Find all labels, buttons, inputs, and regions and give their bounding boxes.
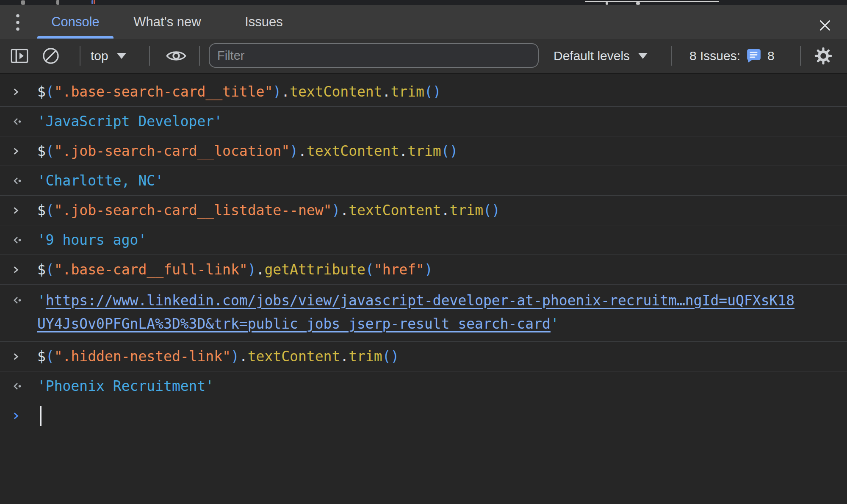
console-result-row: 'JavaScript Developer' <box>0 107 847 136</box>
toolbar-divider <box>671 46 672 66</box>
result-string: 'JavaScript Developer' <box>37 112 222 131</box>
tab-label: What's new <box>133 14 201 30</box>
command-text: $(".base-card__full-link").getAttribute(… <box>37 260 433 280</box>
text-fragment <box>21 0 25 5</box>
tab-whats-new[interactable]: What's new <box>119 5 215 39</box>
tab-label: Console <box>51 14 100 30</box>
console-command-row: $(".job-search-card__listdate--new").tex… <box>0 196 847 225</box>
result-link-line2: UY4JsOv0PFGnLA%3D%3D&trk=public_jobs_jse… <box>37 316 551 332</box>
close-icon <box>818 18 832 33</box>
result-string: '9 hours ago' <box>37 230 147 250</box>
result-url-string: 'https://www.linkedin.com/jobs/view/java… <box>37 289 794 335</box>
show-console-sidebar-button[interactable] <box>9 45 30 66</box>
toolbar-divider <box>80 46 80 66</box>
console-toolbar: top Default levels 8 Issues: 8 <box>0 39 847 74</box>
tab-label: Issues <box>245 14 283 30</box>
text-cursor <box>40 406 42 426</box>
active-tab-underline <box>37 36 113 39</box>
returned-value-icon <box>12 115 23 128</box>
issues-count: 8 <box>767 49 775 63</box>
console-command-row: $(".hidden-nested-link").textContent.tri… <box>0 342 847 371</box>
returned-value-icon <box>12 380 23 393</box>
command-text: $(".job-search-card__listdate--new").tex… <box>37 201 500 220</box>
returned-value-icon <box>12 294 23 307</box>
live-expression-eye-button[interactable] <box>166 45 186 66</box>
tab-console[interactable]: Console <box>36 5 115 39</box>
returned-value-icon <box>12 174 23 187</box>
settings-button[interactable] <box>813 45 833 66</box>
command-chevron-icon <box>12 263 23 276</box>
issues-label: 8 Issues: <box>689 49 740 63</box>
dock-panel-icon <box>10 47 29 65</box>
command-chevron-icon <box>12 145 23 158</box>
open-quote: ' <box>37 292 46 309</box>
text-fragment <box>56 0 59 5</box>
main-menu-button[interactable] <box>10 12 25 34</box>
gear-icon <box>814 46 833 66</box>
eye-icon <box>166 48 186 64</box>
underline-fragment <box>585 1 719 2</box>
clear-console-button[interactable] <box>41 45 61 66</box>
devtools-window: Console What's new Issues <box>0 0 847 504</box>
text-fragment <box>606 2 608 5</box>
console-command-row: $(".job-search-card__location").textCont… <box>0 136 847 166</box>
result-link[interactable]: https://www.linkedin.com/jobs/view/javas… <box>37 292 794 332</box>
console-command-row: $(".base-search-card__title").textConten… <box>0 77 847 107</box>
console-input-row[interactable] <box>0 401 847 431</box>
returned-value-icon <box>12 234 23 246</box>
toolbar-divider <box>800 46 801 66</box>
console-messages: $(".base-search-card__title").textConten… <box>0 73 847 504</box>
command-text: $(".job-search-card__location").textCont… <box>37 141 458 161</box>
close-quote: ' <box>551 316 559 332</box>
console-command-row: $(".base-card__full-link").getAttribute(… <box>0 255 847 285</box>
text-fragment <box>91 0 93 4</box>
kebab-menu-icon <box>15 13 20 33</box>
toolbar-divider <box>199 46 200 66</box>
command-chevron-icon <box>12 204 23 217</box>
console-result-row: '9 hours ago' <box>0 225 847 255</box>
devtools-tabbar: Console What's new Issues <box>0 5 847 39</box>
filter-input[interactable] <box>209 43 539 68</box>
result-string: 'Phoenix Recruitment' <box>37 377 214 396</box>
result-link-line1: https://www.linkedin.com/jobs/view/javas… <box>46 292 794 309</box>
result-string: 'Charlotte, NC' <box>37 171 163 191</box>
log-levels-label: Default levels <box>554 49 630 63</box>
issues-counter-button[interactable]: 8 Issues: 8 <box>689 39 775 73</box>
console-result-row: 'Charlotte, NC' <box>0 166 847 196</box>
tab-issues[interactable]: Issues <box>232 5 296 39</box>
command-chevron-icon <box>12 350 23 363</box>
toolbar-divider <box>149 46 150 66</box>
command-text: $(".hidden-nested-link").textContent.tri… <box>37 347 399 366</box>
command-chevron-icon <box>12 86 23 98</box>
log-levels-dropdown[interactable]: Default levels <box>554 39 648 73</box>
issues-speech-bubble-icon <box>746 49 761 63</box>
text-fragment <box>636 2 640 5</box>
page-behind-strip <box>0 0 847 5</box>
console-result-row: 'Phoenix Recruitment' <box>0 371 847 401</box>
context-selector-label: top <box>91 49 108 63</box>
prompt-chevron-icon <box>12 410 23 422</box>
clear-circle-slash-icon <box>42 47 60 65</box>
chevron-down-icon <box>638 53 648 59</box>
chevron-down-icon <box>117 53 126 59</box>
text-fragment <box>94 0 95 4</box>
context-selector-dropdown[interactable]: top <box>91 39 126 73</box>
command-text: $(".base-search-card__title").textConten… <box>37 82 441 102</box>
console-result-link-row: 'https://www.linkedin.com/jobs/view/java… <box>0 285 847 342</box>
close-devtools-button[interactable] <box>814 14 836 36</box>
